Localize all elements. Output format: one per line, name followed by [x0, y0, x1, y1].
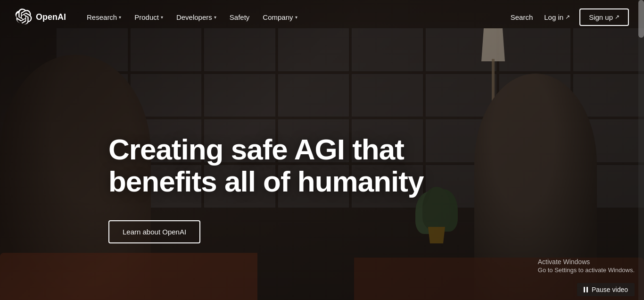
scrollbar[interactable]: [638, 0, 644, 300]
openai-logo[interactable]: OpenAI: [15, 8, 66, 25]
nav-link-company[interactable]: Company ▾: [257, 9, 303, 25]
openai-logo-icon: [15, 8, 32, 25]
nav-link-research[interactable]: Research ▾: [81, 9, 127, 25]
activate-windows-overlay: Activate Windows Go to Settings to activ…: [538, 258, 635, 274]
nav-links: Research ▾ Product ▾ Developers ▾ Safety…: [81, 9, 509, 25]
pause-icon: [584, 287, 588, 292]
nav-link-safety[interactable]: Safety: [224, 9, 256, 25]
activate-windows-subtitle: Go to Settings to activate Windows.: [538, 267, 635, 274]
hero-title: Creating safe AGI that benefits all of h…: [108, 133, 423, 198]
nav-right-actions: Search Log in ↗ Sign up ↗: [509, 8, 629, 26]
nav-link-developers[interactable]: Developers ▾: [171, 9, 222, 25]
signup-button[interactable]: Sign up ↗: [579, 8, 629, 26]
learn-about-openai-button[interactable]: Learn about OpenAI: [108, 220, 200, 243]
chevron-down-icon: ▾: [214, 15, 216, 20]
external-link-icon: ↗: [565, 14, 570, 20]
nav-link-product[interactable]: Product ▾: [129, 9, 169, 25]
hero-section: OpenAI Research ▾ Product ▾ Developers ▾…: [0, 0, 644, 300]
activate-windows-title: Activate Windows: [538, 258, 635, 266]
chevron-down-icon: ▾: [295, 15, 297, 20]
hero-cta: Learn about OpenAI: [108, 220, 423, 243]
pause-video-button[interactable]: Pause video: [577, 283, 635, 296]
search-button[interactable]: Search: [509, 9, 535, 25]
scrollbar-thumb[interactable]: [638, 0, 644, 38]
login-button[interactable]: Log in ↗: [542, 9, 572, 25]
main-navigation: OpenAI Research ▾ Product ▾ Developers ▾…: [0, 0, 644, 34]
chevron-down-icon: ▾: [119, 15, 121, 20]
chevron-down-icon: ▾: [161, 15, 163, 20]
external-link-icon: ↗: [615, 14, 619, 20]
logo-text: OpenAI: [36, 12, 66, 22]
hero-content: Creating safe AGI that benefits all of h…: [108, 133, 423, 243]
video-controls-bar: Pause video: [0, 279, 644, 300]
